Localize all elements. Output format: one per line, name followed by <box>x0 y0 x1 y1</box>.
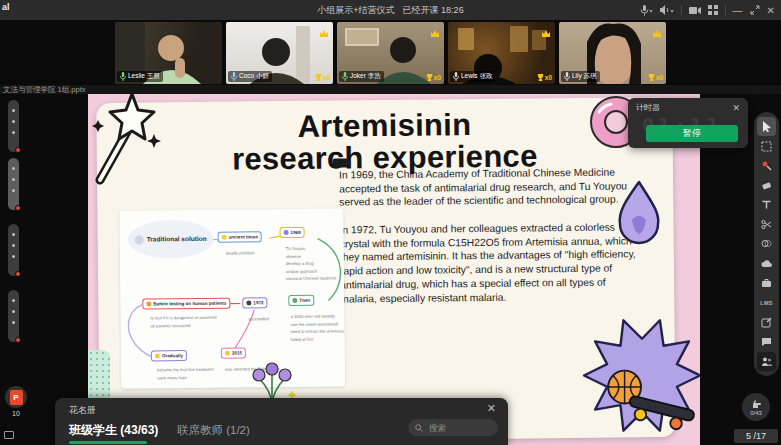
roster-title: 花名册 <box>69 404 96 417</box>
mic-on-icon <box>453 72 459 81</box>
lms-button[interactable]: LMS <box>757 293 776 312</box>
text-tool-button[interactable] <box>757 195 776 214</box>
node-label: ancient times <box>229 234 258 239</box>
cloud-icon <box>761 259 773 268</box>
starburst-sticker <box>580 302 700 445</box>
participant-name: Lily 苏琪 <box>572 72 597 81</box>
open-file-tab[interactable]: 文法与管理学院 1组.pptx <box>0 85 781 94</box>
timer-pause-button[interactable]: 暂停 <box>646 125 738 142</box>
mindmap-sub: a 1600-year-old remedy use the sweet wor… <box>290 312 343 343</box>
trophy-icon <box>225 351 230 356</box>
notification-badge <box>15 337 21 343</box>
restore-window-icon[interactable] <box>4 431 14 439</box>
chat-button[interactable] <box>757 332 776 351</box>
hand-icon <box>146 301 151 306</box>
vertical-tab-3[interactable] <box>8 224 19 276</box>
expand-icon <box>750 5 760 15</box>
vertical-tab-1[interactable] <box>8 100 19 152</box>
timer-close-icon[interactable]: ✕ <box>732 103 740 113</box>
timer-panel: 计时器 ✕ 01:11 暂停 <box>628 98 748 148</box>
text-icon <box>761 199 772 210</box>
participant-name-badge: Leslie 王晨 <box>117 71 163 82</box>
toolbox-button[interactable] <box>757 274 776 293</box>
participant-video-1[interactable]: Leslie 王晨 <box>115 22 222 84</box>
cursor-tool-button[interactable] <box>757 117 776 136</box>
speaker-settings-button[interactable]: ▾ <box>660 5 674 15</box>
mindmap-node-then: Then <box>288 295 314 306</box>
scissors-tool-button[interactable] <box>757 215 776 234</box>
divider <box>725 5 726 15</box>
crown-icon <box>319 24 329 42</box>
cloud-save-button[interactable] <box>757 254 776 273</box>
active-tab-underline <box>69 441 147 444</box>
laser-icon <box>761 160 772 171</box>
participant-video-4[interactable]: Lewis 张政 x0 <box>448 22 555 84</box>
raise-hand-icon <box>751 398 762 409</box>
node-label: 1969 <box>291 230 301 235</box>
notification-badge <box>15 205 21 211</box>
participant-name-badge: Coco 小妍 <box>228 71 272 82</box>
trophy-icon <box>426 74 433 81</box>
presentation-slide: Artemisinin research experience In 1969,… <box>88 94 700 445</box>
roster-close-icon[interactable]: ✕ <box>487 402 496 415</box>
participant-name: Leslie 王晨 <box>128 72 160 81</box>
people-icon <box>761 357 773 366</box>
participant-name: Lewis 张政 <box>461 72 492 81</box>
raise-hand-stats-button[interactable]: 0/43 <box>742 393 770 421</box>
trophy-score: x0 <box>426 74 441 81</box>
participant-name-badge: Joker 李浩 <box>339 71 384 82</box>
participant-video-2[interactable]: Coco 小妍 x0 <box>226 22 333 84</box>
search-icon <box>415 424 423 432</box>
whiteboard-edit-button[interactable] <box>757 313 776 332</box>
participant-video-3[interactable]: Joker 李浩 x0 <box>337 22 444 84</box>
fullscreen-button[interactable] <box>750 5 760 15</box>
mindmap-node-before-testing: Before testing on human patients <box>142 298 230 310</box>
mindmap-root-label: Traditional solution <box>147 235 207 243</box>
tab-class-students[interactable]: 班级学生 (43/63) <box>69 422 158 439</box>
crown-icon <box>652 24 662 42</box>
tab-co-teachers[interactable]: 联席教师 (1/2) <box>177 423 250 438</box>
notification-badge <box>15 147 21 153</box>
divider <box>681 5 682 15</box>
eraser-tool-button[interactable] <box>757 176 776 195</box>
participants-button[interactable] <box>757 352 776 371</box>
node-label: 1972 <box>253 300 263 305</box>
meeting-status: 已经开课 18:26 <box>403 4 464 17</box>
roster-search-input[interactable] <box>427 422 487 434</box>
camera-button[interactable] <box>689 6 701 15</box>
purple-flame-sticker <box>612 180 666 246</box>
timer-title: 计时器 <box>636 102 660 113</box>
mindmap-sub: succeeded <box>248 315 268 323</box>
slide-page-indicator: 5 /17 <box>734 429 778 443</box>
slide-body-text: In 1969, the China Academy of Traditiona… <box>339 165 645 319</box>
trophy-icon <box>537 74 544 81</box>
minimize-button[interactable]: — <box>733 5 743 16</box>
marquee-select-button[interactable] <box>757 137 776 156</box>
vertical-tab-2[interactable] <box>8 158 19 210</box>
speaker-icon <box>660 5 670 15</box>
camera-icon <box>689 6 701 15</box>
ppt-document-button[interactable]: P <box>5 386 27 408</box>
ppt-page-count: 10 <box>0 410 32 417</box>
roster-search-box[interactable] <box>408 419 498 436</box>
lms-label: LMS <box>760 300 773 306</box>
participant-name: Joker 李浩 <box>350 72 381 81</box>
participant-video-5[interactable]: Lily 苏琪 x0 <box>559 22 666 84</box>
participant-name-badge: Lewis 张政 <box>450 71 495 82</box>
mindmap-node-1972: 1972 <box>242 297 267 308</box>
mic-icon <box>640 5 649 16</box>
trophy-count: x0 <box>545 74 552 81</box>
mic-settings-button[interactable]: ▾ <box>640 5 653 16</box>
shape-tool-button[interactable] <box>757 234 776 253</box>
laser-pointer-button[interactable] <box>757 156 776 175</box>
edit-square-icon <box>761 317 772 328</box>
raise-hand-count: 0/43 <box>750 410 762 416</box>
mindmap-sub: became the first-line treatment save man… <box>157 366 214 382</box>
trophy-score: x0 <box>537 74 552 81</box>
layout-grid-button[interactable] <box>708 5 718 15</box>
close-button[interactable]: ✕ <box>767 5 775 16</box>
ppt-file-icon: P <box>10 390 23 405</box>
vertical-tab-4[interactable] <box>8 290 19 342</box>
trophy-score: x0 <box>315 74 330 81</box>
briefcase-icon <box>761 278 772 288</box>
